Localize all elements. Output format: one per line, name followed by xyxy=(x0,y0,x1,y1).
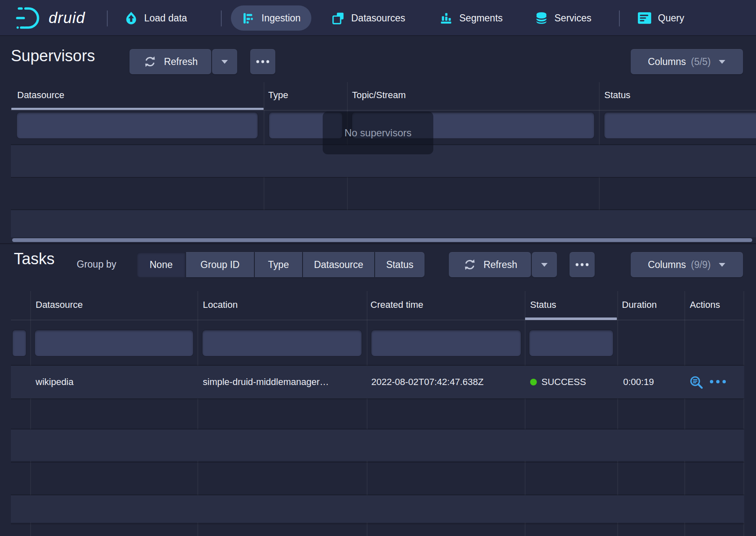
more-ellipsis-icon xyxy=(256,60,270,64)
refresh-icon xyxy=(143,55,157,69)
refresh-label: Refresh xyxy=(484,259,518,271)
columns-count: (5/5) xyxy=(691,56,711,68)
table-row xyxy=(11,495,744,523)
supervisors-refresh-button[interactable]: Refresh xyxy=(129,49,211,74)
nav-item-ingestion-active[interactable]: Ingestion xyxy=(231,5,311,31)
task-cell-status: SUCCESS xyxy=(541,377,586,388)
chevron-down-icon xyxy=(541,263,548,267)
nav-item-datasources[interactable]: Datasources xyxy=(331,5,405,31)
supervisors-header-topic-stream[interactable]: Topic/Stream xyxy=(352,90,406,101)
row-border xyxy=(11,398,744,399)
row-actions-ellipsis-icon[interactable] xyxy=(709,379,727,384)
group-option-label: Status xyxy=(386,259,413,271)
services-icon xyxy=(534,11,549,25)
chevron-down-icon xyxy=(718,263,726,267)
status-success-dot xyxy=(530,379,537,385)
columns-label: Columns xyxy=(648,259,686,271)
group-by-label: Group by xyxy=(77,259,117,270)
task-cell-created-time: 2022-08-02T07:42:47.638Z xyxy=(371,377,484,388)
nav-item-services[interactable]: Services xyxy=(534,5,591,31)
supervisors-header-datasource[interactable]: Datasource xyxy=(17,90,65,101)
supervisors-title: Supervisors xyxy=(11,47,95,65)
tasks-title: Tasks xyxy=(14,250,54,268)
view-logs-magnifier-icon[interactable] xyxy=(689,375,704,390)
table-row xyxy=(11,429,744,461)
supervisors-filter-datasource[interactable] xyxy=(17,112,258,138)
row-border xyxy=(11,177,756,178)
supervisors-filter-status[interactable] xyxy=(604,112,756,138)
group-option-label: Group ID xyxy=(200,259,239,271)
nav-divider xyxy=(221,10,222,26)
druid-logo-icon xyxy=(16,6,42,30)
supervisors-refresh-interval-button[interactable] xyxy=(212,49,237,74)
supervisors-horizontal-scrollbar[interactable] xyxy=(12,238,752,242)
columns-count: (9/9) xyxy=(691,259,711,271)
row-border xyxy=(11,523,744,524)
nav-divider xyxy=(107,10,108,26)
nav-label: Datasources xyxy=(351,13,405,24)
nav-label: Ingestion xyxy=(261,13,300,24)
tasks-header-location[interactable]: Location xyxy=(203,299,238,310)
tasks-filter-location[interactable] xyxy=(202,330,362,356)
tasks-header-actions[interactable]: Actions xyxy=(690,299,720,310)
nav-label: Segments xyxy=(459,13,503,24)
tasks-refresh-interval-button[interactable] xyxy=(532,252,557,277)
druid-console: druid Load data xyxy=(0,0,756,536)
tasks-columns-button[interactable]: Columns (9/9) xyxy=(631,252,743,277)
group-by-datasource-button[interactable]: Datasource xyxy=(303,252,374,277)
segments-icon xyxy=(439,11,453,25)
supervisors-columns-button[interactable]: Columns (5/5) xyxy=(631,49,743,74)
nav-divider xyxy=(619,10,620,26)
header-border xyxy=(11,320,744,320)
header-border xyxy=(11,110,756,111)
supervisors-header-status[interactable]: Status xyxy=(604,90,630,101)
tasks-more-button[interactable] xyxy=(570,252,595,277)
group-option-label: None xyxy=(150,259,173,271)
supervisors-header-type[interactable]: Type xyxy=(268,90,288,101)
table-row xyxy=(11,210,756,237)
tasks-refresh-button[interactable]: Refresh xyxy=(449,252,531,277)
tasks-filter-partial[interactable] xyxy=(13,330,26,356)
group-by-none-button[interactable]: None xyxy=(137,252,185,277)
brand-name: druid xyxy=(49,9,85,27)
nav-item-query[interactable]: Query xyxy=(637,5,684,31)
columns-label: Columns xyxy=(648,56,686,68)
tasks-header-duration[interactable]: Duration xyxy=(622,299,657,310)
section-divider xyxy=(0,243,756,244)
refresh-label: Refresh xyxy=(164,56,198,68)
tasks-header-status[interactable]: Status xyxy=(530,299,556,310)
tasks-filter-status[interactable] xyxy=(529,330,613,356)
nav-item-load-data[interactable]: Load data xyxy=(124,5,187,31)
ingestion-icon xyxy=(242,11,256,25)
supervisors-more-button[interactable] xyxy=(250,49,275,74)
upload-icon xyxy=(124,11,138,25)
task-cell-location: simple-druid-middlemanager… xyxy=(203,377,329,388)
chevron-down-icon xyxy=(221,60,228,64)
nav-label: Services xyxy=(554,13,591,24)
nav-label: Query xyxy=(658,13,684,24)
group-by-group-id-button[interactable]: Group ID xyxy=(186,252,254,277)
tasks-header-created-time[interactable]: Created time xyxy=(370,299,423,310)
tasks-header-datasource[interactable]: Datasource xyxy=(36,299,83,310)
group-option-label: Type xyxy=(268,259,289,271)
group-by-status-button[interactable]: Status xyxy=(375,252,425,277)
row-border xyxy=(11,462,744,463)
query-icon xyxy=(637,11,652,25)
task-cell-duration: 0:00:19 xyxy=(623,377,654,388)
druid-brand[interactable]: druid xyxy=(16,6,85,30)
group-option-label: Datasource xyxy=(314,259,363,271)
task-cell-datasource: wikipedia xyxy=(36,377,74,388)
no-supervisors-message: No supervisors xyxy=(323,112,433,154)
nav-item-segments[interactable]: Segments xyxy=(439,5,503,31)
more-ellipsis-icon xyxy=(575,263,589,267)
chevron-down-icon xyxy=(718,60,726,64)
refresh-icon xyxy=(463,258,477,272)
datasources-icon xyxy=(331,11,345,25)
tasks-filter-datasource[interactable] xyxy=(35,330,193,356)
tasks-filter-created-time[interactable] xyxy=(371,330,521,356)
top-navbar: druid Load data xyxy=(0,0,756,36)
nav-label: Load data xyxy=(144,13,187,24)
group-by-type-button[interactable]: Type xyxy=(255,252,302,277)
